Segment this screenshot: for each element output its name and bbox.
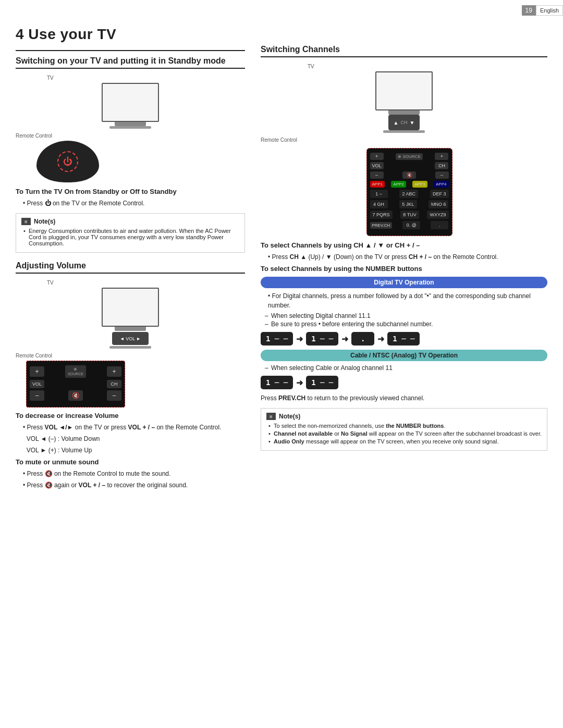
- fr-numrow-3: 7 PQRS 8 TUV WXYZ9: [370, 211, 449, 219]
- ch-minus-btn: –: [107, 390, 121, 401]
- cable-sub-1: When selecting Cable or Analog channel 1…: [261, 364, 547, 372]
- subsection-mute-title: To mute or unmute sound: [16, 458, 245, 466]
- notes-icon-1: [21, 218, 31, 225]
- digital-instruction-1: • For Digital channels, press a number f…: [261, 291, 547, 310]
- vol-instruction-3: VOL ► (+) : Volume Up: [16, 446, 245, 455]
- note-right-2: Channel not available or No Signal will …: [268, 430, 542, 437]
- instruction-power: • Press ⏻ on the TV or the Remote Contro…: [16, 199, 245, 208]
- tv-vol-control: ◄ VOL ►: [112, 332, 149, 345]
- tv-stand-2: [115, 327, 146, 331]
- vol-plus-btn: +: [30, 366, 44, 377]
- fr-num1: 1 –: [370, 190, 388, 198]
- fr-row-1: + ⊕ SOURCE +: [370, 153, 449, 160]
- tv-stand-right: [388, 110, 420, 115]
- cable-seq-1: 1 ─ ─: [261, 376, 293, 389]
- vol-remote-row1: + ⊕SOURCE +: [30, 365, 121, 378]
- seq-num-3: 1 ─ ─: [387, 332, 420, 346]
- fr-mute: 🔇: [402, 171, 416, 179]
- fr-row-2: VOL CH: [370, 162, 449, 169]
- note-right-3: Audio Only message will appear on the TV…: [268, 438, 542, 445]
- fr-num2: 2 ABC: [399, 190, 418, 198]
- notes-header-1: Note(s): [21, 218, 239, 225]
- note-item-1: Energy Consumption contributes to air an…: [23, 228, 239, 246]
- mute-instruction-1: • Press 🔇 on the Remote Control to mute …: [16, 469, 245, 478]
- remote-label-2: Remote Control: [16, 353, 245, 359]
- fr-num8: 8 TUV: [400, 211, 419, 219]
- remote-power-illustration: ⏻: [36, 141, 99, 182]
- fr-numrow-2: 4 GH 5 JKL MNO 6: [370, 200, 449, 208]
- section2-title: Adjusting Volume: [16, 261, 245, 274]
- section-divider-1: [16, 50, 245, 51]
- section2-wrapper: Adjusting Volume TV ◄ VOL ► Remote Contr…: [16, 261, 245, 490]
- remote-label-1: Remote Control: [16, 133, 245, 139]
- vol-instruction-1: • Press VOL ◄/► on the TV or press VOL +…: [16, 423, 245, 432]
- page-number: 19: [522, 5, 536, 16]
- seq-arrow-2: ➜: [341, 334, 348, 344]
- subsection1-title: To Turn the TV On from Standby or Off to…: [16, 188, 245, 195]
- seq-num-2: 1 ─ ─: [306, 332, 338, 346]
- digital-badge: Digital TV Operation: [261, 277, 547, 288]
- page-language: English: [536, 5, 563, 16]
- vol-minus-btn: –: [30, 390, 44, 401]
- source-btn: ⊕SOURCE: [65, 365, 86, 378]
- cable-badge: Cable / NTSC (Analog) TV Operation: [261, 350, 547, 361]
- fr-num9: WXYZ9: [427, 211, 448, 219]
- notes-icon-right: [266, 413, 276, 420]
- fr-num6: MNO 6: [429, 200, 449, 208]
- fr-plus-right: +: [435, 153, 448, 160]
- power-icon: ⏻: [63, 156, 72, 167]
- fr-app4: APP4: [434, 181, 448, 188]
- switching-channels-title: Switching Channels: [261, 45, 547, 57]
- cable-arrow-1: ➜: [296, 378, 303, 388]
- tv-base-1: [109, 126, 151, 129]
- vol-left-icon: ◄ VOL ►: [120, 336, 141, 341]
- fr-num7: 7 PQRS: [370, 211, 393, 219]
- fr-num3: DEF 3: [430, 190, 449, 198]
- vol-remote-box: + ⊕SOURCE + VOL CH – 🔇 –: [26, 361, 125, 408]
- vol-remote-row3: – 🔇 –: [30, 390, 121, 401]
- tv-screen-1: [102, 83, 159, 122]
- full-remote-wrapper: + ⊕ SOURCE + VOL CH – 🔇 – A: [271, 148, 547, 236]
- subsection-vol-title: To decrease or increase Volume: [16, 412, 245, 419]
- tv-label-right: TV: [308, 64, 547, 69]
- tv-screen-2: [102, 288, 159, 327]
- note-right-1: To select the non-memorized channels, us…: [268, 423, 542, 429]
- tv-label-1: TV: [47, 75, 245, 81]
- fr-app3: APP3: [412, 181, 427, 188]
- seq-arrow-1: ➜: [296, 334, 303, 344]
- fr-app1: APP1: [370, 181, 385, 188]
- cable-sequence: 1 ─ ─ ➜ 1 ─ ─: [261, 376, 547, 389]
- ch-subsection-2-title: To select Channels by using the NUMBER b…: [261, 265, 547, 273]
- prev-ch-instruction: Press PREV.CH to return to the previousl…: [261, 393, 547, 403]
- ch-instruction-1: • Press CH ▲ (Up) / ▼ (Down) on the TV o…: [261, 252, 547, 262]
- power-ring: ⏻: [57, 151, 78, 172]
- ch-label-btn: CH: [107, 380, 121, 388]
- ch-down-icon: ▼: [410, 120, 415, 126]
- seq-num-1: 1 ─ ─: [261, 332, 293, 346]
- digital-sub-1: When selecting Digital channel 11.1: [261, 312, 547, 319]
- fr-ch: CH: [435, 162, 448, 169]
- fr-num5: 5 JKL: [399, 200, 417, 208]
- tv-illustration-1: [16, 83, 245, 129]
- ch-subsection-1-title: To select Channels by using CH ▲ / ▼ or …: [261, 241, 547, 249]
- right-column: Switching Channels TV ▲ CH ▼ Remote Cont…: [261, 26, 547, 492]
- tv-base-right: [383, 130, 425, 133]
- notes-box-1: Note(s) Energy Consumption contributes t…: [16, 213, 245, 253]
- fr-source: ⊕ SOURCE: [396, 153, 422, 160]
- seq-arrow-3: ➜: [377, 334, 384, 344]
- ch-arrow-remote: ▲ CH ▼: [388, 115, 420, 130]
- tv-stand-1: [115, 122, 146, 126]
- digital-sequence: 1 ─ ─ ➜ 1 ─ ─ ➜ . ➜ 1 ─ ─: [261, 332, 547, 346]
- tv-screen-right: [375, 71, 433, 110]
- fr-vol: VOL: [370, 162, 384, 169]
- full-remote: + ⊕ SOURCE + VOL CH – 🔇 – A: [366, 148, 452, 236]
- tv-illustration-right: ▲ CH ▼: [261, 71, 547, 133]
- tv-illustration-2: ◄ VOL ►: [16, 288, 245, 349]
- vol-remote-row2: VOL CH: [30, 380, 121, 388]
- chapter-title: 4 Use your TV: [16, 26, 245, 43]
- fr-minus-left: –: [370, 171, 384, 179]
- notes-box-right: Note(s) To select the non-memorized chan…: [261, 408, 547, 451]
- vol-label-btn: VOL: [30, 380, 44, 388]
- fr-minus-right: –: [435, 171, 449, 179]
- notes-header-right: Note(s): [266, 413, 542, 420]
